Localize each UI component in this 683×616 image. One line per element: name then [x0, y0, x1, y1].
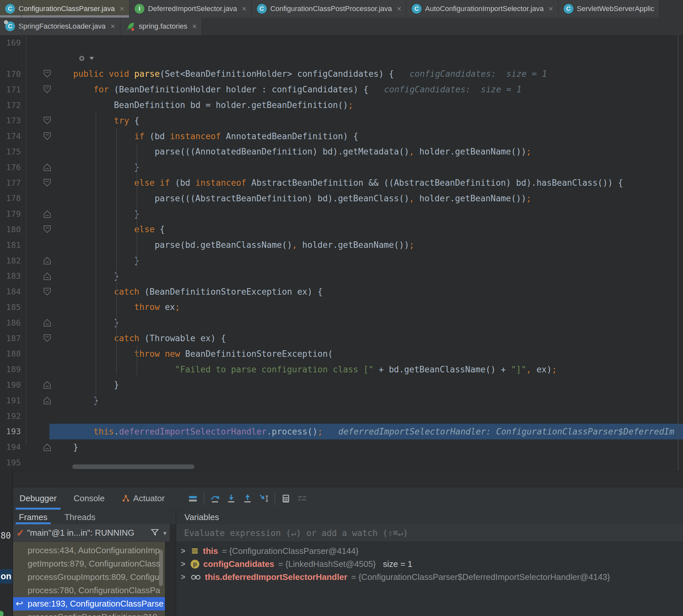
execution-line: 193this.deferredImportSelectorHandler.pr… — [0, 424, 683, 439]
fold-collapse-icon[interactable] — [43, 132, 51, 140]
close-icon[interactable]: × — [397, 5, 401, 13]
code-text: parse(((AbstractBeanDefinition) bd).getB… — [49, 194, 531, 203]
gutter-fold-column — [21, 206, 49, 222]
step-out-icon[interactable] — [243, 494, 252, 504]
editor-line: 188throw new BeanDefinitionStoreExceptio… — [0, 346, 683, 362]
editor-line: 185throw ex; — [0, 300, 683, 315]
inlay-gear-icon[interactable] — [77, 54, 87, 63]
toolbar-separator — [204, 492, 204, 505]
step-over-icon[interactable] — [210, 494, 220, 504]
close-icon[interactable]: × — [549, 5, 553, 13]
tab-debugger-label: Debugger — [20, 493, 57, 504]
tab-debugger[interactable]: Debugger — [18, 487, 59, 510]
watch-glasses-icon — [191, 573, 201, 581]
variable-row[interactable]: >pconfigCandidates= {LinkedHashSet@4505}… — [176, 557, 683, 570]
editor-tab-bar-top: CConfigurationClassParser.java×IDeferred… — [0, 0, 683, 18]
expand-chevron-icon[interactable]: > — [179, 573, 187, 581]
gutter-fold-column — [21, 439, 49, 455]
tab-frames[interactable]: Frames — [18, 510, 49, 524]
expand-chevron-icon[interactable]: > — [179, 547, 187, 555]
thread-status-check-icon: ✓ — [16, 527, 24, 538]
line-number: 188 — [0, 349, 21, 358]
fold-end-icon[interactable] — [43, 396, 51, 404]
close-icon[interactable]: × — [192, 22, 197, 30]
fold-collapse-icon[interactable] — [43, 116, 51, 125]
editor-tab[interactable]: CSpringFactoriesLoader.java× — [0, 18, 120, 35]
filter-funnel-icon[interactable] — [150, 528, 159, 538]
fold-end-icon[interactable] — [43, 443, 51, 452]
chevron-down-icon[interactable] — [89, 57, 94, 60]
line-number: 179 — [0, 209, 21, 219]
code-text: parse(((AnnotatedBeanDefinition) bd).get… — [49, 147, 531, 156]
watch-glasses-icon — [191, 573, 201, 581]
code-text: public void parse(Set<BeanDefinitionHold… — [49, 69, 394, 79]
gutter-fold-column — [21, 408, 49, 424]
editor-tab[interactable]: spring.factories× — [120, 18, 202, 35]
editor-tab-label: AutoConfigurationImportSelector.java — [425, 4, 544, 13]
fold-end-icon[interactable] — [43, 210, 51, 218]
stack-frame-label: processConfigBeanDefinitions:319 — [28, 612, 157, 616]
line-number: 185 — [0, 303, 21, 312]
gutter-fold-column — [21, 175, 49, 191]
object-value-icon — [191, 547, 199, 555]
gutter-fold-column — [21, 253, 49, 268]
expand-chevron-icon[interactable]: > — [179, 560, 187, 569]
fold-end-icon[interactable] — [43, 380, 51, 389]
spring-leaf-icon — [126, 21, 135, 31]
editor-tab[interactable]: CServletWebServerApplic — [558, 0, 660, 18]
chevron-down-icon[interactable]: ▾ — [163, 529, 167, 537]
editor-line: 194} — [0, 439, 683, 455]
stack-frame[interactable]: processGroupImports:809, Configu — [13, 570, 165, 584]
variable-row[interactable]: >this= {ConfigurationClassParser@4144} — [176, 545, 683, 557]
editor-tab[interactable]: CConfigurationClassPostProcessor.java× — [252, 0, 406, 18]
code-text: else { — [49, 224, 165, 234]
indent-guide — [116, 128, 117, 374]
debugger-inline-hint: configCandidates: size = 1 — [410, 69, 547, 79]
show-execution-point-icon[interactable] — [188, 494, 198, 504]
fold-collapse-icon[interactable] — [43, 225, 51, 234]
fold-end-icon[interactable] — [43, 256, 51, 265]
variable-row[interactable]: >this.deferredImportSelectorHandler= {Co… — [176, 570, 683, 584]
evaluate-expression-input[interactable]: Evaluate expression (↵) or add a watch (… — [176, 524, 683, 542]
fold-end-icon[interactable] — [43, 163, 51, 171]
fold-end-icon[interactable] — [43, 318, 51, 327]
left-strip-selection-fragment: on — [0, 569, 13, 584]
editor-tab[interactable]: IDeferredImportSelector.java× — [129, 0, 252, 18]
stack-frame[interactable]: processConfigBeanDefinitions:319 — [13, 611, 165, 616]
editor-tab[interactable]: CAutoConfigurationImportSelector.java× — [406, 0, 558, 18]
step-into-icon[interactable] — [226, 494, 236, 504]
parameter-icon: p — [191, 560, 199, 569]
panel-splitter[interactable] — [0, 471, 683, 487]
close-icon[interactable]: × — [242, 5, 246, 13]
stack-frame[interactable]: process:434, AutoConfigurationImp — [13, 544, 165, 557]
variable-name: this.deferredImportSelectorHandler — [205, 572, 347, 582]
close-icon[interactable]: × — [111, 22, 115, 30]
editor-tab[interactable]: CConfigurationClassParser.java× — [0, 0, 129, 18]
fold-collapse-icon[interactable] — [43, 70, 51, 78]
fold-collapse-icon[interactable] — [43, 334, 51, 343]
stream-trace-disabled-icon — [297, 494, 307, 504]
tab-actuator[interactable]: Actuator — [120, 487, 167, 510]
stack-frame[interactable]: ↩parse:193, ConfigurationClassParse — [13, 597, 165, 611]
fold-collapse-icon[interactable] — [43, 179, 51, 187]
line-number: 189 — [0, 365, 21, 374]
gutter-fold-column — [21, 144, 49, 160]
fold-collapse-icon[interactable] — [43, 85, 51, 94]
run-to-cursor-icon[interactable] — [259, 494, 269, 504]
line-number: 195 — [0, 458, 21, 467]
fold-collapse-icon[interactable] — [43, 287, 51, 296]
stack-frame[interactable]: process:780, ConfigurationClassPa — [13, 584, 165, 597]
code-editor[interactable]: 169170public void parse(Set<BeanDefiniti… — [0, 35, 683, 471]
fold-end-icon[interactable] — [43, 272, 51, 280]
code-text: catch (BeanDefinitionStoreException ex) … — [49, 287, 323, 296]
line-number: 187 — [0, 334, 21, 343]
thread-selector[interactable]: ✓ "main"@1 in...in": RUNNING ▾ — [13, 524, 170, 542]
tab-console[interactable]: Console — [71, 487, 106, 510]
variable-value: = {ConfigurationClassParser@4144} — [222, 546, 358, 556]
horizontal-scrollbar[interactable] — [72, 464, 195, 469]
stack-frame[interactable]: getImports:879, ConfigurationClass — [13, 557, 165, 570]
evaluate-expression-icon[interactable] — [281, 494, 291, 504]
close-icon[interactable]: × — [120, 5, 124, 13]
tab-threads[interactable]: Threads — [63, 510, 96, 524]
toolbar-separator — [274, 492, 275, 505]
